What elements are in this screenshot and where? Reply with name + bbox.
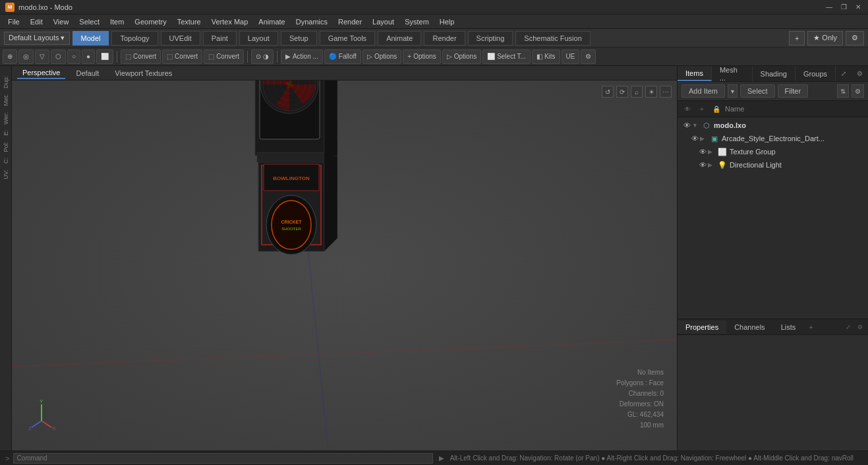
menu-select[interactable]: Select <box>74 15 105 29</box>
expand-icon-texture[interactable]: ▶ <box>708 148 717 155</box>
filter-button[interactable]: Filter <box>778 84 808 98</box>
tb-select[interactable]: ⬜ Select T... <box>482 49 531 64</box>
layout-dropdown[interactable]: Default Layouts ▾ <box>4 32 70 45</box>
menu-help[interactable]: Help <box>434 15 460 29</box>
expand-icon-scene[interactable]: ▼ <box>692 122 701 129</box>
menu-file[interactable]: File <box>3 15 25 29</box>
prop-expand-icon[interactable]: ⤢ <box>843 322 854 332</box>
panel-tab-shading[interactable]: Shading <box>753 66 796 81</box>
tab-model[interactable]: Model <box>72 31 109 46</box>
settings-button[interactable]: ⚙ <box>846 31 864 46</box>
select-button[interactable]: Select <box>740 84 775 98</box>
sidebar-tab-met[interactable]: Met: <box>1 92 11 109</box>
eye-icon-mesh[interactable]: 👁 <box>689 133 700 144</box>
sidebar-tab-dup[interactable]: Dup: <box>1 73 11 91</box>
add-layout-button[interactable]: + <box>789 31 805 46</box>
vp-ctrl-refresh[interactable]: ⟳ <box>616 86 628 98</box>
items-sort-icon[interactable]: ⇅ <box>837 84 849 98</box>
minimize-button[interactable]: — <box>825 3 834 12</box>
viewport-canvas[interactable]: CRICKET SHOOTER BOWLINGTON <box>12 80 677 450</box>
prop-tab-channels[interactable]: Channels <box>726 321 772 334</box>
tb-action[interactable]: ▶ Action ... <box>281 49 323 64</box>
prop-settings-icon[interactable]: ⚙ <box>855 322 865 332</box>
tab-topology[interactable]: Topology <box>111 31 158 46</box>
prop-tab-properties[interactable]: Properties <box>678 321 726 334</box>
eye-icon-scene[interactable]: 👁 <box>681 120 692 131</box>
tb-settings-icon[interactable]: ⚙ <box>581 49 596 64</box>
tb-options-3[interactable]: ▷ Options <box>442 49 481 64</box>
tb-kits[interactable]: ◧ Kits <box>532 49 560 64</box>
tb-convert-3[interactable]: ⬚ Convert <box>204 49 244 64</box>
tab-uvedit[interactable]: UVEdit <box>161 31 200 46</box>
command-input[interactable] <box>13 453 432 464</box>
menu-view[interactable]: View <box>48 15 74 29</box>
prop-tab-lists[interactable]: Lists <box>773 321 804 334</box>
expand-icon-mesh[interactable]: ▶ <box>700 135 709 142</box>
menu-texture[interactable]: Texture <box>172 15 206 29</box>
tb-mode-4[interactable]: ⬡ <box>51 49 66 64</box>
maximize-button[interactable]: ❐ <box>839 3 848 12</box>
vp-ctrl-zoom[interactable]: ⌕ <box>631 86 643 98</box>
vp-tab-textures[interactable]: Viewport Textures <box>109 68 177 78</box>
items-list[interactable]: 👁 ▼ ⬡ modo.lxo 👁 ▶ ▣ Arcade_Style_Electr… <box>678 117 868 319</box>
vp-tab-default[interactable]: Default <box>71 68 104 78</box>
items-filter-icon[interactable]: ⚙ <box>852 84 864 98</box>
menu-geometry[interactable]: Geometry <box>129 15 171 29</box>
vp-ctrl-more[interactable]: ⋯ <box>660 86 672 98</box>
only-button[interactable]: ★ Only <box>807 31 843 46</box>
tb-mode-7[interactable]: ⬜ <box>96 49 113 64</box>
tb-options-1[interactable]: ▷ Options <box>362 49 401 64</box>
eye-icon-texture[interactable]: 👁 <box>697 146 708 157</box>
tab-game-tools[interactable]: Game Tools <box>320 31 376 46</box>
menu-edit[interactable]: Edit <box>25 15 48 29</box>
sidebar-tab-c[interactable]: C: <box>1 155 11 166</box>
vp-ctrl-rotate[interactable]: ↺ <box>602 86 614 98</box>
tb-mode-2[interactable]: ◎ <box>18 49 34 64</box>
menu-vertex-map[interactable]: Vertex Map <box>206 15 254 29</box>
sidebar-tab-e[interactable]: E: <box>1 127 11 139</box>
prop-tab-plus[interactable]: + <box>803 321 818 334</box>
panel-tab-mesh[interactable]: Mesh ... <box>712 66 753 81</box>
menu-item[interactable]: Item <box>105 15 129 29</box>
panel-tab-items[interactable]: Items <box>678 66 712 81</box>
close-button[interactable]: ✕ <box>854 3 863 12</box>
tab-schematic[interactable]: Schematic Fusion <box>515 31 590 46</box>
add-item-button[interactable]: Add Item <box>681 84 725 98</box>
tab-animate[interactable]: Animate <box>378 31 421 46</box>
tab-paint[interactable]: Paint <box>203 31 237 46</box>
sidebar-tab-wer[interactable]: Wer: <box>1 109 11 127</box>
cmd-submit-icon[interactable]: ▶ <box>437 454 446 463</box>
tb-ue-icon[interactable]: UE <box>562 49 580 64</box>
tb-falloff[interactable]: 🔵 Falloff <box>324 49 361 64</box>
tb-mode-6[interactable]: ● <box>82 49 95 64</box>
tab-render-layout[interactable]: Render <box>424 31 465 46</box>
menu-dynamics[interactable]: Dynamics <box>291 15 333 29</box>
menu-layout[interactable]: Layout <box>367 15 399 29</box>
tab-layout[interactable]: Layout <box>239 31 278 46</box>
tab-setup[interactable]: Setup <box>281 31 317 46</box>
menu-system[interactable]: System <box>399 15 434 29</box>
expand-icon-light[interactable]: ▶ <box>708 162 717 168</box>
sidebar-tab-pol[interactable]: Pol: <box>1 139 11 155</box>
tree-item-scene[interactable]: 👁 ▼ ⬡ modo.lxo <box>678 119 868 132</box>
eye-icon-light[interactable]: 👁 <box>697 160 708 170</box>
vp-tab-perspective[interactable]: Perspective <box>17 67 65 79</box>
sidebar-tab-1[interactable] <box>5 67 7 73</box>
sidebar-tab-uv[interactable]: UV: <box>1 167 11 182</box>
tb-mode-1[interactable]: ⊕ <box>3 49 17 64</box>
vp-ctrl-light[interactable]: ☀ <box>645 86 657 98</box>
add-item-dropdown[interactable]: ▾ <box>728 84 738 98</box>
tree-item-mesh[interactable]: 👁 ▶ ▣ Arcade_Style_Electronic_Dart... <box>678 132 868 145</box>
tree-item-texture[interactable]: 👁 ▶ ⬜ Texture Group <box>678 145 868 158</box>
tb-mode-icons[interactable]: ⊙ ◑ <box>251 49 274 64</box>
panel-settings-icon[interactable]: ⚙ <box>852 66 868 81</box>
panel-tab-groups[interactable]: Groups <box>796 66 836 81</box>
tree-item-light[interactable]: 👁 ▶ 💡 Directional Light <box>678 158 868 171</box>
menu-animate[interactable]: Animate <box>253 15 290 29</box>
tb-options-2[interactable]: + Options <box>403 49 440 64</box>
tb-mode-5[interactable]: ○ <box>67 49 80 64</box>
tb-convert-1[interactable]: ⬚ Convert <box>121 49 161 64</box>
tb-mode-3[interactable]: ▽ <box>35 49 49 64</box>
tab-scripting[interactable]: Scripting <box>468 31 513 46</box>
panel-expand-icon[interactable]: ⤢ <box>836 66 852 81</box>
